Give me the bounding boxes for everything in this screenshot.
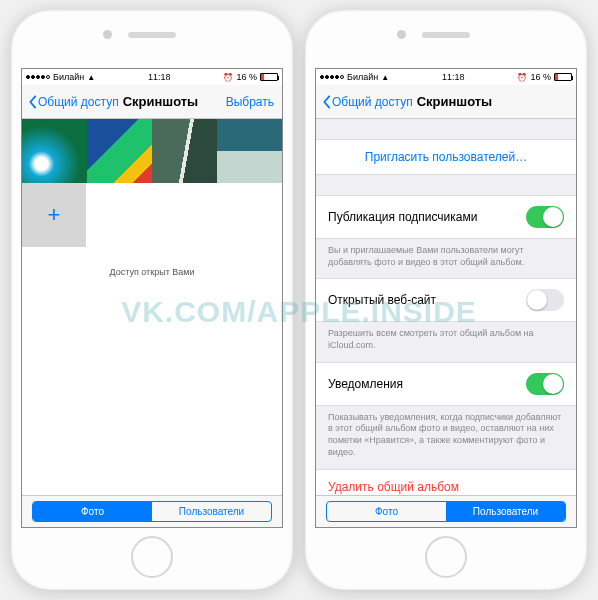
back-label: Общий доступ [332, 95, 413, 109]
add-photo-button[interactable]: + [22, 183, 86, 247]
photo-thumbnail[interactable] [152, 119, 217, 183]
iphone-right: Билайн 11:18 16 % Общий доступ Скриншоты… [305, 10, 587, 590]
signal-icon [26, 75, 50, 79]
tab-users[interactable]: Пользователи [446, 502, 565, 521]
nav-bar: Общий доступ Скриншоты Выбрать [22, 85, 282, 119]
home-button[interactable] [131, 536, 173, 578]
photo-thumbnail[interactable] [217, 119, 282, 183]
photo-thumbnails-row [22, 119, 282, 183]
photo-thumbnail[interactable] [22, 119, 87, 183]
invite-label: Пригласить пользователей… [365, 150, 527, 164]
settings-content[interactable]: Пригласить пользователей… Публикация под… [316, 119, 576, 495]
battery-icon [554, 73, 572, 81]
status-bar: Билайн 11:18 16 % [22, 69, 282, 85]
battery-pct: 16 % [236, 72, 257, 82]
page-title: Скриншоты [123, 94, 199, 109]
tab-photos[interactable]: Фото [33, 502, 152, 521]
carrier-label: Билайн [347, 72, 378, 82]
photo-thumbnail[interactable] [87, 119, 152, 183]
notifications-row: Уведомления [316, 362, 576, 406]
screen-left: Билайн 11:18 16 % Общий доступ Скриншоты… [21, 68, 283, 528]
public-website-desc: Разрешить всем смотреть этот общий альбо… [316, 322, 576, 361]
home-button[interactable] [425, 536, 467, 578]
iphone-left: Билайн 11:18 16 % Общий доступ Скриншоты… [11, 10, 293, 590]
public-website-label: Открытый веб-сайт [328, 293, 526, 307]
notifications-label: Уведомления [328, 377, 526, 391]
status-time: 11:18 [148, 72, 171, 82]
invite-users-button[interactable]: Пригласить пользователей… [316, 139, 576, 175]
subscribers-posting-row: Публикация подписчиками [316, 195, 576, 239]
back-button[interactable]: Общий доступ [28, 95, 119, 109]
subscribers-posting-desc: Вы и приглашаемые Вами пользователи могу… [316, 239, 576, 278]
bottom-tabbar: Фото Пользователи [316, 495, 576, 527]
tab-users[interactable]: Пользователи [152, 502, 271, 521]
subscribers-posting-label: Публикация подписчиками [328, 210, 526, 224]
screen-right: Билайн 11:18 16 % Общий доступ Скриншоты… [315, 68, 577, 528]
album-content: + Доступ открыт Вами [22, 119, 282, 495]
alarm-icon [517, 72, 527, 82]
delete-album-button[interactable]: Удалить общий альбом [316, 469, 576, 496]
notifications-switch[interactable] [526, 373, 564, 395]
nav-bar: Общий доступ Скриншоты [316, 85, 576, 119]
shared-by-you-label: Доступ открыт Вами [22, 267, 282, 277]
subscribers-posting-switch[interactable] [526, 206, 564, 228]
signal-icon [320, 75, 344, 79]
wifi-icon [381, 72, 389, 82]
back-button[interactable]: Общий доступ [322, 95, 413, 109]
notifications-desc: Показывать уведомления, когда подписчики… [316, 406, 576, 469]
select-button[interactable]: Выбрать [226, 95, 274, 109]
status-bar: Билайн 11:18 16 % [316, 69, 576, 85]
public-website-switch[interactable] [526, 289, 564, 311]
tab-photos[interactable]: Фото [327, 502, 446, 521]
bottom-tabbar: Фото Пользователи [22, 495, 282, 527]
status-time: 11:18 [442, 72, 465, 82]
segmented-control: Фото Пользователи [32, 501, 272, 522]
delete-album-label: Удалить общий альбом [328, 480, 459, 494]
page-title: Скриншоты [417, 94, 493, 109]
segmented-control: Фото Пользователи [326, 501, 566, 522]
battery-icon [260, 73, 278, 81]
back-label: Общий доступ [38, 95, 119, 109]
chevron-left-icon [322, 95, 332, 109]
alarm-icon [223, 72, 233, 82]
plus-icon: + [48, 202, 61, 228]
battery-pct: 16 % [530, 72, 551, 82]
carrier-label: Билайн [53, 72, 84, 82]
public-website-row: Открытый веб-сайт [316, 278, 576, 322]
chevron-left-icon [28, 95, 38, 109]
wifi-icon [87, 72, 95, 82]
